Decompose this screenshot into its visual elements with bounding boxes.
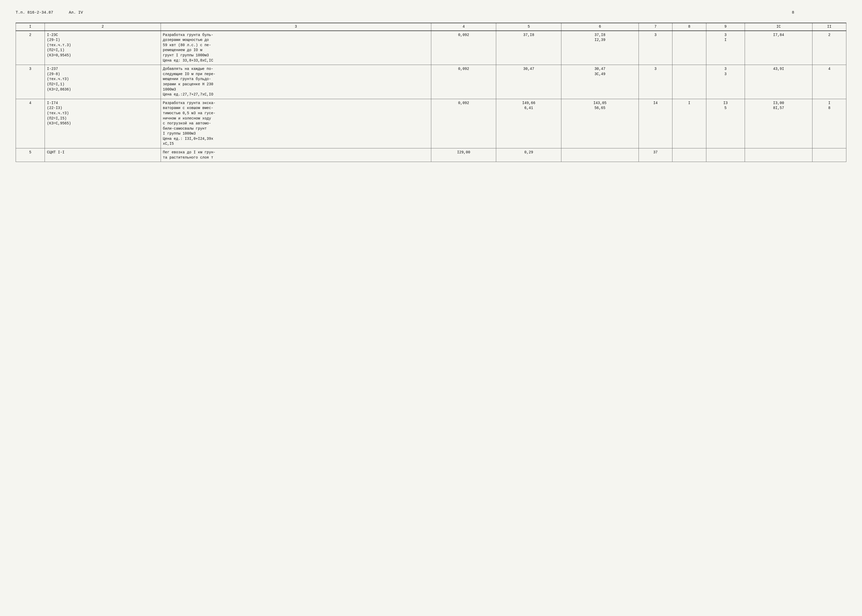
cell-row0-col10: 2 xyxy=(812,31,846,65)
table-header-row: I 2 3 4 5 6 7 8 9 IC II xyxy=(16,23,846,31)
page-number: 8 xyxy=(792,11,794,15)
cell-row0-col4: 37,I8 xyxy=(496,31,561,65)
cell-row3-col1: СЦНТ I-I xyxy=(45,148,161,162)
table-row: 4I-I74 (22-I3) (тех.ч.т3) (П2=I,I5) (К3=… xyxy=(16,99,846,148)
cell-row2-col4: I49,66 6,41 xyxy=(496,99,561,148)
cell-row3-col3: I29,00 xyxy=(431,148,496,162)
cell-row3-col5 xyxy=(561,148,639,162)
cell-row1-col0: 3 xyxy=(16,65,45,99)
cell-row1-col1: I-237 (29-8) (тех.ч.т3) (П2=I,1) (К3=2,8… xyxy=(45,65,161,99)
cell-row1-col2: Добавлять на каждые по- следующие IO м п… xyxy=(161,65,431,99)
main-table: I 2 3 4 5 6 7 8 9 IC II 2I-23С (29-I) (т… xyxy=(16,23,846,162)
doc-code: Т.п. 816-2-34.87 xyxy=(16,11,53,15)
cell-row0-col1: I-23С (29-I) (тех.ч.т.3) (П2=I,1) (К3=0,… xyxy=(45,31,161,65)
cell-row3-col10 xyxy=(812,148,846,162)
table-row: 5СЦНТ I-IПег евозка до I км грун- та рас… xyxy=(16,148,846,162)
cell-row2-col10: I 8 xyxy=(812,99,846,148)
col-header-3: 3 xyxy=(161,23,431,31)
cell-row1-col3: 0,092 xyxy=(431,65,496,99)
col-header-7: 7 xyxy=(639,23,672,31)
col-header-8: 8 xyxy=(672,23,707,31)
col-header-6: 6 xyxy=(561,23,639,31)
col-header-5: 5 xyxy=(496,23,561,31)
cell-row3-col9 xyxy=(745,148,812,162)
cell-row0-col7 xyxy=(672,31,707,65)
col-header-11: II xyxy=(812,23,846,31)
col-header-9: 9 xyxy=(706,23,745,31)
cell-row3-col8 xyxy=(706,148,745,162)
page-header: Т.п. 816-2-34.87 Ал. IV 8 xyxy=(16,11,846,15)
cell-row2-col7: I xyxy=(672,99,707,148)
cell-row3-col6: 37 xyxy=(639,148,672,162)
table-row: 2I-23С (29-I) (тех.ч.т.3) (П2=I,1) (К3=0… xyxy=(16,31,846,65)
col-header-1: I xyxy=(16,23,45,31)
cell-row0-col9: I7,84 xyxy=(745,31,812,65)
cell-row1-col9: 43,9I xyxy=(745,65,812,99)
cell-row1-col8: 3 3 xyxy=(706,65,745,99)
cell-row3-col2: Пег евозка до I км грун- та растительног… xyxy=(161,148,431,162)
cell-row1-col6: 3 xyxy=(639,65,672,99)
col-header-4: 4 xyxy=(431,23,496,31)
cell-row2-col6: I4 xyxy=(639,99,672,148)
sheet-type: Ал. IV xyxy=(69,11,83,15)
cell-row3-col7 xyxy=(672,148,707,162)
cell-row1-col10: 4 xyxy=(812,65,846,99)
cell-row0-col5: 37,I8 I2,39 xyxy=(561,31,639,65)
cell-row1-col4: 30,47 xyxy=(496,65,561,99)
cell-row0-col2: Разработка грунта буль- дозерами мощност… xyxy=(161,31,431,65)
cell-row2-col0: 4 xyxy=(16,99,45,148)
cell-row0-col3: 0,092 xyxy=(431,31,496,65)
col-header-10: IC xyxy=(745,23,812,31)
col-header-2: 2 xyxy=(45,23,161,31)
cell-row2-col1: I-I74 (22-I3) (тех.ч.т3) (П2=I,I5) (К3=С… xyxy=(45,99,161,148)
cell-row2-col5: I43,05 56,65 xyxy=(561,99,639,148)
cell-row0-col0: 2 xyxy=(16,31,45,65)
table-row: 3I-237 (29-8) (тех.ч.т3) (П2=I,1) (К3=2,… xyxy=(16,65,846,99)
cell-row2-col8: I3 5 xyxy=(706,99,745,148)
cell-row1-col5: 30,47 3C,49 xyxy=(561,65,639,99)
cell-row0-col8: 3 I xyxy=(706,31,745,65)
cell-row1-col7 xyxy=(672,65,707,99)
cell-row2-col9: I3,00 8I,57 xyxy=(745,99,812,148)
cell-row2-col2: Разработка грунта экска- ваторами с ковш… xyxy=(161,99,431,148)
cell-row2-col3: 0,092 xyxy=(431,99,496,148)
cell-row0-col6: 3 xyxy=(639,31,672,65)
cell-row3-col4: 0,29 xyxy=(496,148,561,162)
cell-row3-col0: 5 xyxy=(16,148,45,162)
